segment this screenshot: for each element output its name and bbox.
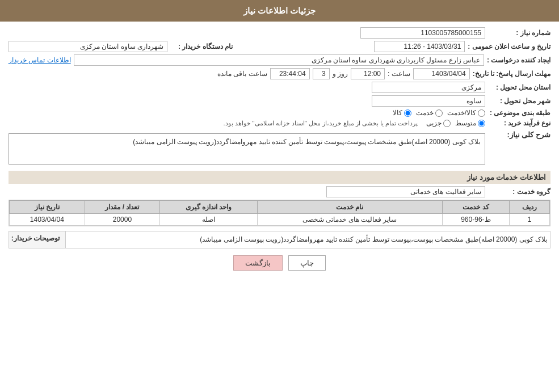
khadamat-section-title: اطلاعات خدمات مورد نیاز <box>9 171 550 184</box>
roz-value: 3 <box>313 68 330 79</box>
ostan-label: استان محل تحویل : <box>488 83 550 91</box>
table-body: 1 ط-96-960 سایر فعالیت های خدماتی شخصی ا… <box>10 214 550 226</box>
shahr-label: شهر محل تحویل : <box>488 97 550 105</box>
tabaqe-option-kala[interactable]: کالا <box>393 109 411 117</box>
tabaqe-option-kala-khedmat[interactable]: کالا/خدمت <box>447 109 485 117</box>
cell-nam: سایر فعالیت های خدماتی شخصی <box>258 214 443 226</box>
sharh-content: بلاک کوبی (20000 اصله)طبق مشخصات پیوست،پ… <box>9 133 485 165</box>
khadamat-table: ردیف کد خدمت نام خدمت واحد اندازه گیری ت… <box>9 200 550 226</box>
col-radif: ردیف <box>510 201 550 214</box>
saat-label: ساعت : <box>388 70 410 78</box>
nave-radio-group: متوسط جزیی <box>426 119 485 127</box>
cell-tedad: 20000 <box>85 214 160 226</box>
grooh-label: گروه خدمت : <box>488 188 550 196</box>
sharh-title: شرح کلی نیاز: <box>488 130 550 139</box>
cell-kod: ط-96-960 <box>442 214 510 226</box>
col-tarikh: تاریخ نیاز <box>10 201 85 214</box>
tabaqe-label: طبقه بندی موضوعی : <box>488 109 550 117</box>
mohlat-row: مهلت ارسال پاسخ: تا تاریخ: 1403/04/04 سا… <box>9 68 550 79</box>
nam-dastgah-row: تاریخ و ساعت اعلان عمومی : 1403/03/31 - … <box>9 41 550 52</box>
cell-tarikh: 1403/04/04 <box>10 214 85 226</box>
mande-value: 23:44:04 <box>270 68 310 79</box>
shahr-value: ساوه <box>372 95 485 107</box>
tabaqe-option-khedmat[interactable]: خدمت <box>416 109 443 117</box>
print-button[interactable]: چاپ <box>288 255 326 271</box>
taarikh-elan-label: تاریخ و ساعت اعلان عمومی : <box>468 43 550 50</box>
nave-option-motevaset[interactable]: متوسط <box>455 119 485 127</box>
nam-dastgah-value: شهرداری ساوه استان مرکزی <box>9 41 167 52</box>
nave-option-jozi[interactable]: جزیی <box>426 119 451 127</box>
tabaqe-radio-group: کالا/خدمت خدمت کالا <box>393 109 485 117</box>
mohlat-label: مهلت ارسال پاسخ: تا تاریخ: <box>473 70 550 78</box>
roz-label: روز و <box>333 70 348 78</box>
col-tedad: تعداد / مقدار <box>85 201 160 214</box>
taarikh-elan-value: 1403/03/31 - 11:26 <box>374 41 465 52</box>
page-title: جزئیات اطلاعات نیاز <box>243 6 316 15</box>
back-button[interactable]: بازگشت <box>233 255 283 271</box>
ostan-row: استان محل تحویل : مرکزی <box>9 82 550 93</box>
col-kod: کد خدمت <box>442 201 510 214</box>
shomare-niaz-value: 1103005785000155 <box>360 27 485 39</box>
table-row: 1 ط-96-960 سایر فعالیت های خدماتی شخصی ا… <box>10 214 550 226</box>
shomare-niaz-label: شماره نیاز : <box>488 29 550 37</box>
nam-dastgah-label: نام دستگاه خریدار : <box>170 43 233 50</box>
page-header: جزئیات اطلاعات نیاز <box>0 0 559 22</box>
shahr-row: شهر محل تحویل : ساوه <box>9 95 550 107</box>
button-row: چاپ بازگشت <box>9 255 550 271</box>
tosih-label: توصیحات خریدار: <box>9 231 66 248</box>
ostan-value: مرکزی <box>372 82 485 93</box>
page-container: جزئیات اطلاعات نیاز شماره نیاز : 1103005… <box>0 0 559 392</box>
mohlat-date: 1403/04/04 <box>413 68 470 79</box>
sharh-section: شرح کلی نیاز: بلاک کوبی (20000 اصله)طبق … <box>9 130 550 167</box>
grooh-value: سایر فعالیت های خدماتی <box>326 186 485 197</box>
mande-label: ساعت باقی مانده <box>217 70 267 78</box>
col-nam: نام خدمت <box>258 201 443 214</box>
taarikh-elan-group: تاریخ و ساعت اعلان عمومی : 1403/03/31 - … <box>374 41 550 52</box>
cell-radif: 1 <box>510 214 550 226</box>
ijad-konande-value: عباس زارع مسئول کاربرداری شهرداری ساوه ا… <box>74 54 484 66</box>
ijad-konande-label: ایجاد کننده درخواست : <box>487 56 550 64</box>
nave-label: نوع فرآیند خرید : <box>488 119 550 127</box>
saat-value: 12:00 <box>351 68 385 79</box>
nave-note: پرداخت تمام یا بخشی از مبلغ خرید،از محل … <box>223 120 418 127</box>
ijad-konande-link[interactable]: اطلاعات تماس خریدار <box>9 56 71 64</box>
khadamat-table-container: ردیف کد خدمت نام خدمت واحد اندازه گیری ت… <box>9 200 550 226</box>
tabaqe-row: طبقه بندی موضوعی : کالا/خدمت خدمت کالا <box>9 109 550 117</box>
tosih-content: بلاک کوبی (20000 اصله)طبق مشخصات پیوست،پ… <box>66 231 550 248</box>
shomare-niaz-row: شماره نیاز : 1103005785000155 <box>9 27 550 39</box>
main-content: شماره نیاز : 1103005785000155 تاریخ و سا… <box>0 22 559 283</box>
ijad-konande-row: ایجاد کننده درخواست : عباس زارع مسئول کا… <box>9 54 550 66</box>
col-vahed: واحد اندازه گیری <box>160 201 258 214</box>
tosih-box: بلاک کوبی (20000 اصله)طبق مشخصات پیوست،پ… <box>9 231 550 248</box>
nave-row: نوع فرآیند خرید : متوسط جزیی پرداخت تمام… <box>9 119 550 127</box>
grooh-row: گروه خدمت : سایر فعالیت های خدماتی <box>9 186 550 197</box>
table-header: ردیف کد خدمت نام خدمت واحد اندازه گیری ت… <box>10 201 550 214</box>
nam-dastgah-group: نام دستگاه خریدار : شهرداری ساوه استان م… <box>9 41 233 52</box>
cell-vahed: اصله <box>160 214 258 226</box>
